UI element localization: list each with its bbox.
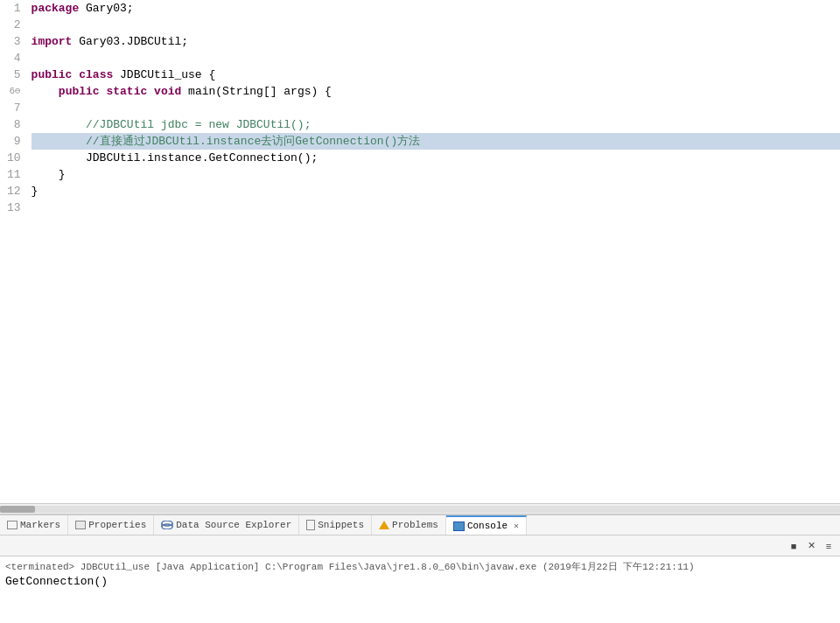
code-lines[interactable]: package Gary03; import Gary03.JDBCUtil; … xyxy=(28,0,840,503)
tab-properties[interactable]: Properties xyxy=(68,515,154,535)
problems-icon xyxy=(379,521,389,529)
console-menu-button[interactable]: ≡ xyxy=(821,538,836,554)
svg-point-3 xyxy=(162,524,172,529)
line-number: 3 xyxy=(7,33,21,50)
line-number: 5 xyxy=(7,66,21,83)
tab-label-datasource: Data Source Explorer xyxy=(176,520,291,530)
tab-snippets[interactable]: Snippets xyxy=(299,515,372,535)
markers-icon xyxy=(7,521,18,529)
tab-markers[interactable]: Markers xyxy=(0,515,68,535)
console-stop-button[interactable]: ■ xyxy=(786,538,802,554)
tab-label-snippets: Snippets xyxy=(318,520,364,530)
code-line xyxy=(32,17,840,33)
code-line: } xyxy=(32,183,840,200)
code-line xyxy=(32,50,840,66)
line-number: 12 xyxy=(7,183,21,200)
tab-close-icon[interactable]: ✕ xyxy=(514,521,519,531)
console-output: GetConnection() xyxy=(5,575,835,588)
datasource-icon xyxy=(161,521,173,529)
hscroll-track[interactable] xyxy=(0,506,840,513)
bottom-section: MarkersPropertiesData Source ExplorerSni… xyxy=(0,514,840,623)
line-number: 11 xyxy=(7,166,21,183)
console-content: <terminated> JDBCUtil_use [Java Applicat… xyxy=(0,556,840,623)
tab-console[interactable]: Console✕ xyxy=(446,515,527,535)
tab-problems[interactable]: Problems xyxy=(372,515,446,535)
code-line: } xyxy=(32,166,840,183)
line-number: 7 xyxy=(7,100,21,116)
console-terminated-text: <terminated> JDBCUtil_use [Java Applicat… xyxy=(5,560,835,573)
code-line: //JDBCUtil jdbc = new JDBCUtil(); xyxy=(32,116,840,133)
tab-bar: MarkersPropertiesData Source ExplorerSni… xyxy=(0,514,840,536)
code-line: //直接通过JDBCUtil.instance去访问GetConnection(… xyxy=(32,133,840,150)
code-line: package Gary03; xyxy=(32,0,840,17)
line-number: 8 xyxy=(7,116,21,133)
console-toolbar: ■✕≡ xyxy=(0,536,840,556)
line-number: 4 xyxy=(7,50,21,66)
line-number: 2 xyxy=(7,17,21,33)
code-line: public class JDBCUtil_use { xyxy=(32,66,840,83)
code-container[interactable]: 123456⊖78910111213 package Gary03; impor… xyxy=(0,0,840,503)
snippets-icon xyxy=(306,520,315,530)
line-number: 13 xyxy=(7,200,21,216)
console-icon xyxy=(453,522,465,531)
code-line: public static void main(String[] args) { xyxy=(32,83,840,100)
editor-area: 123456⊖78910111213 package Gary03; impor… xyxy=(0,0,840,503)
code-line xyxy=(32,200,840,216)
hscroll-thumb[interactable] xyxy=(0,506,35,513)
code-line xyxy=(32,100,840,116)
properties-icon xyxy=(75,521,86,529)
code-line: JDBCUtil.instance.GetConnection(); xyxy=(32,150,840,166)
horizontal-scrollbar[interactable] xyxy=(0,503,840,514)
line-numbers: 123456⊖78910111213 xyxy=(0,0,28,503)
line-number: 1 xyxy=(7,0,21,17)
line-number: 10 xyxy=(7,150,21,166)
code-line: import Gary03.JDBCUtil; xyxy=(32,33,840,50)
line-number: 6⊖ xyxy=(7,83,21,100)
tab-label-properties: Properties xyxy=(88,520,146,530)
console-close-button[interactable]: ✕ xyxy=(803,538,819,554)
line-number: 9 xyxy=(7,133,21,150)
tab-datasource[interactable]: Data Source Explorer xyxy=(154,515,299,535)
console-area: ■✕≡ <terminated> JDBCUtil_use [Java Appl… xyxy=(0,536,840,623)
tab-label-markers: Markers xyxy=(20,520,60,530)
tab-label-problems: Problems xyxy=(392,520,438,530)
tab-label-console: Console xyxy=(467,521,508,531)
